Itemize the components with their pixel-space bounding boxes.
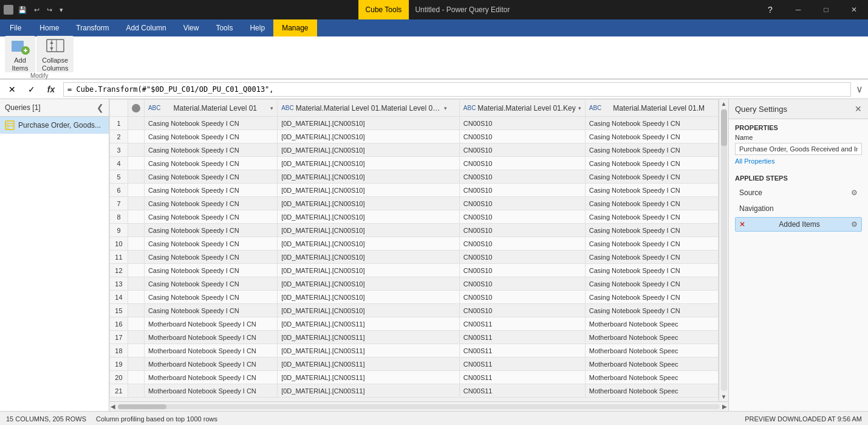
query-item[interactable]: Purchase Order, Goods... xyxy=(0,117,109,134)
table-row[interactable]: 18Motherboard Notebook Speedy I CN[0D_MA… xyxy=(110,344,719,358)
cell-col3[interactable]: CN00S10 xyxy=(459,304,585,317)
cell-col1[interactable]: Motherboard Notebook Speedy I CN xyxy=(144,371,277,384)
cell-col1[interactable]: Motherboard Notebook Speedy I CN xyxy=(144,358,277,371)
cell-col3[interactable]: CN00S10 xyxy=(459,170,585,184)
cell-col4[interactable]: Casing Notebook Speedy I CN xyxy=(585,237,718,251)
table-row[interactable]: 19Motherboard Notebook Speedy I CN[0D_MA… xyxy=(110,358,719,371)
tab-add-column[interactable]: Add Column xyxy=(118,19,175,36)
cell-col1[interactable]: Casing Notebook Speedy I CN xyxy=(144,117,277,130)
step-gear-addedItems[interactable]: ⚙ xyxy=(851,220,858,229)
col-header-status[interactable] xyxy=(128,100,144,117)
table-row[interactable]: 21Motherboard Notebook Speedy I CN[0D_MA… xyxy=(110,384,719,398)
vertical-scrollbar[interactable]: ▲ ▼ xyxy=(719,99,728,401)
collapse-columns-button[interactable]: CollapseColumns xyxy=(36,36,73,72)
table-inner[interactable]: ABC Material.Material Level 01 ▾ ABC Mat… xyxy=(109,99,719,401)
cell-col4[interactable]: Casing Notebook Speedy I CN xyxy=(585,264,718,277)
minimize-button[interactable]: ─ xyxy=(784,0,812,19)
cell-col3[interactable]: CN00S10 xyxy=(459,251,585,264)
cell-col3[interactable]: CN00S11 xyxy=(459,317,585,331)
cell-col2[interactable]: [0D_MATERIAL].[CN00S11] xyxy=(278,317,460,331)
cell-col3[interactable]: CN00S10 xyxy=(459,237,585,251)
cell-col2[interactable]: [0D_MATERIAL].[CN00S10] xyxy=(278,117,460,130)
col2-dropdown-icon[interactable]: ▾ xyxy=(444,105,447,111)
cell-col1[interactable]: Casing Notebook Speedy I CN xyxy=(144,170,277,184)
cell-col4[interactable]: Motherboard Notebook Speec xyxy=(585,371,718,384)
cube-tools-tab[interactable]: Cube Tools xyxy=(358,0,409,19)
cell-col4[interactable]: Casing Notebook Speedy I CN xyxy=(585,143,718,157)
cell-col2[interactable]: [0D_MATERIAL].[CN00S11] xyxy=(278,371,460,384)
cell-col2[interactable]: [0D_MATERIAL].[CN00S10] xyxy=(278,143,460,157)
table-row[interactable]: 6Casing Notebook Speedy I CN[0D_MATERIAL… xyxy=(110,184,719,197)
cell-col2[interactable]: [0D_MATERIAL].[CN00S10] xyxy=(278,130,460,143)
table-row[interactable]: 7Casing Notebook Speedy I CN[0D_MATERIAL… xyxy=(110,197,719,210)
cell-col1[interactable]: Motherboard Notebook Speedy I CN xyxy=(144,384,277,398)
cell-col4[interactable]: Casing Notebook Speedy I CN xyxy=(585,197,718,210)
col-header-2[interactable]: ABC Material.Material Level 01.Material … xyxy=(278,100,460,117)
cell-col1[interactable]: Casing Notebook Speedy I CN xyxy=(144,184,277,197)
h-scroll-thumb[interactable] xyxy=(118,404,166,409)
col3-dropdown-icon[interactable]: ▾ xyxy=(578,105,581,111)
save-button[interactable]: 💾 xyxy=(16,5,29,15)
table-row[interactable]: 2Casing Notebook Speedy I CN[0D_MATERIAL… xyxy=(110,130,719,143)
table-row[interactable]: 4Casing Notebook Speedy I CN[0D_MATERIAL… xyxy=(110,157,719,170)
settings-close-button[interactable]: ✕ xyxy=(855,104,862,114)
cell-col3[interactable]: CN00S11 xyxy=(459,371,585,384)
redo-button[interactable]: ↪ xyxy=(44,5,55,15)
cell-col2[interactable]: [0D_MATERIAL].[CN00S10] xyxy=(278,170,460,184)
cell-col3[interactable]: CN00S10 xyxy=(459,210,585,224)
table-row[interactable]: 10Casing Notebook Speedy I CN[0D_MATERIA… xyxy=(110,237,719,251)
cell-col2[interactable]: [0D_MATERIAL].[CN00S10] xyxy=(278,197,460,210)
h-scroll-left[interactable]: ◀ xyxy=(111,403,115,410)
table-row[interactable]: 5Casing Notebook Speedy I CN[0D_MATERIAL… xyxy=(110,170,719,184)
table-row[interactable]: 11Casing Notebook Speedy I CN[0D_MATERIA… xyxy=(110,251,719,264)
cell-col4[interactable]: Casing Notebook Speedy I CN xyxy=(585,184,718,197)
cell-col2[interactable]: [0D_MATERIAL].[CN00S10] xyxy=(278,277,460,291)
cell-col4[interactable]: Casing Notebook Speedy I CN xyxy=(585,277,718,291)
scroll-down-button[interactable]: ▼ xyxy=(720,392,728,401)
cell-col2[interactable]: [0D_MATERIAL].[CN00S10] xyxy=(278,157,460,170)
cell-col1[interactable]: Casing Notebook Speedy I CN xyxy=(144,224,277,237)
cell-col4[interactable]: Motherboard Notebook Speec xyxy=(585,331,718,344)
fx-button[interactable]: fx xyxy=(44,82,58,97)
cell-col4[interactable]: Casing Notebook Speedy I CN xyxy=(585,304,718,317)
cell-col3[interactable]: CN00S10 xyxy=(459,224,585,237)
cell-col3[interactable]: CN00S11 xyxy=(459,358,585,371)
cell-col2[interactable]: [0D_MATERIAL].[CN00S10] xyxy=(278,210,460,224)
h-scroll-right[interactable]: ▶ xyxy=(722,403,727,410)
cell-col3[interactable]: CN00S10 xyxy=(459,117,585,130)
cell-col1[interactable]: Casing Notebook Speedy I CN xyxy=(144,277,277,291)
col-header-4[interactable]: ABC Material.Material Level 01.M xyxy=(585,100,718,117)
cell-col4[interactable]: Casing Notebook Speedy I CN xyxy=(585,157,718,170)
cell-col2[interactable]: [0D_MATERIAL].[CN00S10] xyxy=(278,251,460,264)
cell-col4[interactable]: Motherboard Notebook Speec xyxy=(585,344,718,358)
cell-col2[interactable]: [0D_MATERIAL].[CN00S11] xyxy=(278,331,460,344)
formula-input[interactable] xyxy=(63,82,851,97)
tab-file[interactable]: File xyxy=(0,19,31,36)
cell-col4[interactable]: Casing Notebook Speedy I CN xyxy=(585,224,718,237)
cell-col3[interactable]: CN00S10 xyxy=(459,157,585,170)
cell-col3[interactable]: CN00S10 xyxy=(459,143,585,157)
cell-col3[interactable]: CN00S10 xyxy=(459,130,585,143)
col-header-1[interactable]: ABC Material.Material Level 01 ▾ xyxy=(144,100,277,117)
cell-col4[interactable]: Casing Notebook Speedy I CN xyxy=(585,117,718,130)
cell-col2[interactable]: [0D_MATERIAL].[CN00S10] xyxy=(278,291,460,304)
cell-col1[interactable]: Casing Notebook Speedy I CN xyxy=(144,130,277,143)
cell-col3[interactable]: CN00S10 xyxy=(459,291,585,304)
cell-col2[interactable]: [0D_MATERIAL].[CN00S10] xyxy=(278,184,460,197)
cell-col1[interactable]: Motherboard Notebook Speedy I CN xyxy=(144,317,277,331)
col1-dropdown-icon[interactable]: ▾ xyxy=(270,105,273,111)
tab-help[interactable]: Help xyxy=(241,19,273,36)
cell-col4[interactable]: Casing Notebook Speedy I CN xyxy=(585,130,718,143)
tab-view[interactable]: View xyxy=(175,19,208,36)
table-row[interactable]: 13Casing Notebook Speedy I CN[0D_MATERIA… xyxy=(110,277,719,291)
cell-col2[interactable]: [0D_MATERIAL].[CN00S11] xyxy=(278,384,460,398)
scroll-thumb[interactable] xyxy=(721,109,727,146)
cell-col2[interactable]: [0D_MATERIAL].[CN00S11] xyxy=(278,344,460,358)
cell-col1[interactable]: Casing Notebook Speedy I CN xyxy=(144,143,277,157)
formula-expand-button[interactable]: ∨ xyxy=(856,83,863,95)
cell-col3[interactable]: CN00S11 xyxy=(459,384,585,398)
table-row[interactable]: 20Motherboard Notebook Speedy I CN[0D_MA… xyxy=(110,371,719,384)
cell-col4[interactable]: Motherboard Notebook Speec xyxy=(585,317,718,331)
cell-col3[interactable]: CN00S10 xyxy=(459,264,585,277)
cell-col4[interactable]: Casing Notebook Speedy I CN xyxy=(585,170,718,184)
